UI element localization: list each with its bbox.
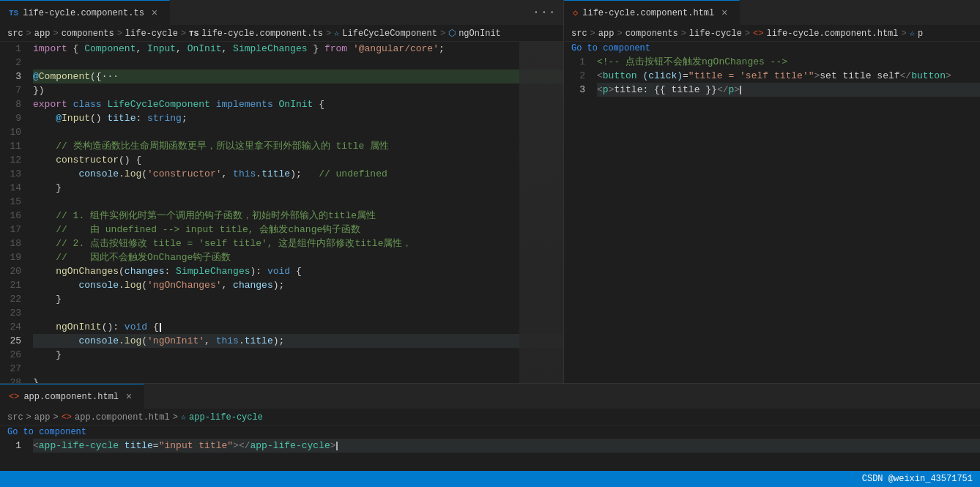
ts-icon: TS: [9, 9, 18, 18]
right-breadcrumb: src > app > components > life-cycle > <>…: [564, 26, 980, 42]
code-line-27: 27: [0, 362, 563, 376]
left-code-editor[interactable]: 1 import { Component, Input, OnInit, Sim…: [0, 42, 563, 383]
right-tab-bar: ◇ life-cycle.component.html ×: [564, 0, 980, 26]
status-bar: CSDN @weixin_43571751: [0, 471, 980, 487]
left-tab-bar: TS life-cycle.component.ts × ···: [0, 0, 563, 26]
right-code-lines: 1 <!-- 点击按钮不会触发ngOnChanges --> 2 <button…: [564, 55, 980, 97]
code-line-11: 11 // 类构造函数比生命周期函数更早，所以这里拿不到外部输入的 title …: [0, 139, 563, 153]
right-code-line-3: 3 <p>title: {{ title }}</p>: [564, 83, 980, 97]
code-line-8: 8 export class LifeCycleComponent implem…: [0, 97, 563, 111]
ts-tab-label: life-cycle.component.ts: [23, 8, 144, 18]
bottom-code-editor[interactable]: src > app > <> app.component.html > ☆ ap…: [0, 409, 980, 471]
code-line-23: 23: [0, 306, 563, 320]
bottom-code-line-1: 1 <app-life-cycle title="input title"></…: [0, 439, 980, 453]
html-tab[interactable]: ◇ life-cycle.component.html ×: [564, 0, 740, 26]
right-code-line-2: 2 <button (click)="title = 'self title'"…: [564, 69, 980, 83]
right-code-line-1: 1 <!-- 点击按钮不会触发ngOnChanges -->: [564, 55, 980, 69]
minimap: [519, 42, 563, 383]
code-line-14: 14 }: [0, 181, 563, 195]
bottom-tab-label: app.component.html: [23, 392, 119, 402]
goto-component-right[interactable]: Go to component: [564, 42, 980, 55]
html-icon: ◇: [573, 7, 578, 18]
bottom-tab-bar: <> app.component.html ×: [0, 384, 980, 409]
code-line-15: 15: [0, 195, 563, 209]
bottom-breadcrumb: src > app > <> app.component.html > ☆ ap…: [0, 409, 980, 425]
ts-tab-close[interactable]: ×: [149, 7, 160, 19]
code-line-3: 3 @Component({···: [0, 70, 563, 83]
right-code-editor[interactable]: 1 <!-- 点击按钮不会触发ngOnChanges --> 2 <button…: [564, 55, 980, 383]
code-line-18: 18 // 2. 点击按钮修改 title = 'self title', 这是…: [0, 237, 563, 250]
code-line-1: 1 import { Component, Input, OnInit, Sim…: [0, 42, 563, 56]
ts-tab[interactable]: TS life-cycle.component.ts ×: [0, 0, 170, 26]
html-tab-close[interactable]: ×: [719, 7, 730, 19]
code-line-16: 16 // 1. 组件实例化时第一个调用的钩子函数，初始时外部输入的title属…: [0, 209, 563, 223]
bottom-panel: <> app.component.html × src > app > <> a…: [0, 383, 980, 471]
code-line-21: 21 console.log('ngOnChanges', changes);: [0, 278, 563, 292]
code-line-20: 20 ngOnChanges(changes: SimpleChanges): …: [0, 264, 563, 278]
html-tab-label: life-cycle.component.html: [582, 8, 714, 18]
code-line-10: 10: [0, 125, 563, 139]
code-line-25: 25 console.log('ngOnInit', this.title);: [0, 334, 563, 348]
code-line-24: 24 ngOnInit(): void {: [0, 320, 563, 334]
code-line-17: 17 // 由 undefined --> input title, 会触发ch…: [0, 223, 563, 237]
status-right-text: CSDN @weixin_43571751: [862, 474, 973, 484]
code-line-22: 22 }: [0, 292, 563, 306]
code-line-2: 2: [0, 56, 563, 70]
code-line-9: 9 @Input() title: string;: [0, 111, 563, 125]
bottom-tab-close[interactable]: ×: [123, 391, 135, 403]
goto-component-bottom[interactable]: Go to component: [0, 425, 980, 439]
code-line-19: 19 // 因此不会触发OnChange钩子函数: [0, 250, 563, 264]
tabs-overflow-button[interactable]: ···: [525, 5, 563, 20]
code-line-28: 28 }: [0, 376, 563, 383]
bottom-code-lines: 1 <app-life-cycle title="input title"></…: [0, 439, 980, 453]
left-breadcrumb: src > app > components > life-cycle > TS…: [0, 26, 563, 42]
code-line-13: 13 console.log('constructor', this.title…: [0, 167, 563, 181]
code-line-7: 7 }): [0, 83, 563, 97]
code-line-26: 26 }: [0, 348, 563, 362]
left-code-lines: 1 import { Component, Input, OnInit, Sim…: [0, 42, 563, 383]
bottom-html-icon: <>: [9, 392, 19, 402]
code-line-12: 12 constructor() {: [0, 153, 563, 167]
bottom-tab-html[interactable]: <> app.component.html ×: [0, 384, 144, 409]
